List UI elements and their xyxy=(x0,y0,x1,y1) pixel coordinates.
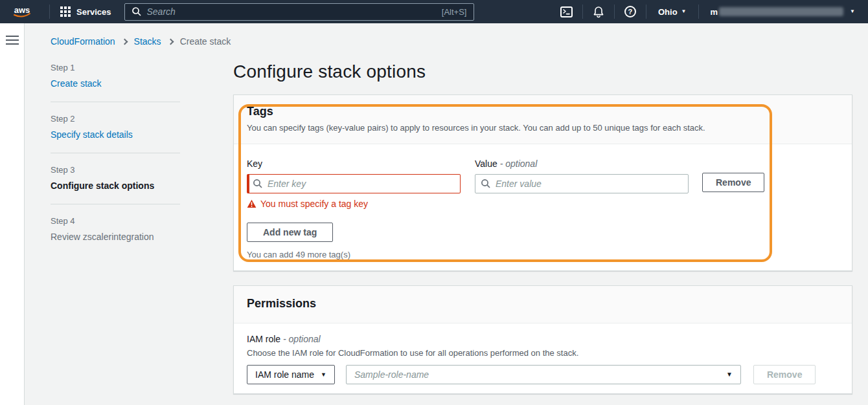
search-shortcut-hint: [Alt+S] xyxy=(442,7,467,17)
tags-panel-title: Tags xyxy=(247,105,839,118)
iam-role-type-label: IAM role name xyxy=(255,369,314,380)
tag-key-field: Key xyxy=(247,159,461,209)
tag-key-label: Key xyxy=(247,159,461,169)
permissions-panel: Permissions IAM role - optional Choose t… xyxy=(233,285,852,394)
remove-iam-role-button[interactable]: Remove xyxy=(753,365,816,384)
account-name-prefix: m xyxy=(711,7,718,17)
remove-tag-button[interactable]: Remove xyxy=(702,173,764,192)
iam-role-label: IAM role - optional xyxy=(247,334,321,344)
tag-value-field: Value - optional xyxy=(475,159,689,193)
global-search-input[interactable] xyxy=(142,6,442,17)
tag-key-input[interactable] xyxy=(263,179,455,189)
add-new-tag-button[interactable]: Add new tag xyxy=(247,223,333,242)
content-area: CloudFormation Stacks Create stack Step … xyxy=(25,23,868,405)
nav-divider xyxy=(49,5,50,19)
account-menu-button[interactable]: m ▼ xyxy=(705,0,860,23)
search-icon xyxy=(481,179,491,189)
bell-icon xyxy=(593,6,604,18)
iam-role-input[interactable] xyxy=(354,369,726,380)
help-button[interactable]: ? xyxy=(621,0,639,23)
permissions-panel-body: IAM role - optional Choose the IAM role … xyxy=(234,323,852,394)
tags-panel-description: You can specify tags (key-value pairs) t… xyxy=(247,123,839,133)
nav-divider xyxy=(646,5,646,19)
help-icon: ? xyxy=(624,6,636,17)
services-grid-icon xyxy=(60,6,71,17)
cloudshell-button[interactable] xyxy=(558,0,576,23)
optional-suffix: - optional xyxy=(500,159,538,169)
aws-logo-icon: aws xyxy=(10,4,34,19)
chevron-right-icon xyxy=(121,38,128,45)
nav-divider xyxy=(582,5,583,19)
iam-role-combobox[interactable]: ▼ xyxy=(346,365,741,384)
step-4-label: Step 4 xyxy=(51,216,233,226)
search-icon xyxy=(131,6,142,17)
caret-down-icon: ▼ xyxy=(681,9,687,14)
breadcrumb-cloudformation[interactable]: CloudFormation xyxy=(51,36,115,47)
nav-divider xyxy=(698,5,699,19)
hamburger-icon xyxy=(6,36,19,37)
caret-down-icon: ▼ xyxy=(850,9,855,14)
tag-row: Key xyxy=(247,159,839,209)
menu-toggle-button[interactable] xyxy=(3,33,21,47)
notifications-button[interactable] xyxy=(589,0,608,23)
step-2-link[interactable]: Specify stack details xyxy=(51,129,133,140)
tags-panel: Tags You can specify tags (key-value pai… xyxy=(233,94,852,271)
tag-key-input-wrap xyxy=(247,174,461,193)
nav-right-section: ? Ohio ▼ m ▼ xyxy=(558,0,860,23)
step-2-label: Step 2 xyxy=(51,114,233,124)
aws-logo[interactable]: aws xyxy=(10,4,34,19)
page-title: Configure stack options xyxy=(233,61,852,82)
search-icon xyxy=(253,179,263,189)
step-divider xyxy=(51,102,180,102)
step-1-link[interactable]: Create stack xyxy=(51,78,102,89)
tags-panel-header: Tags You can specify tags (key-value pai… xyxy=(234,95,852,144)
optional-suffix: - optional xyxy=(283,334,321,344)
step-3-label: Step 3 xyxy=(51,165,233,175)
permissions-panel-header: Permissions xyxy=(234,286,852,323)
step-4-title: Review zscalerintegration xyxy=(51,232,233,242)
services-label: Services xyxy=(76,7,111,17)
account-name-redacted xyxy=(719,7,843,16)
iam-role-type-select[interactable]: IAM role name ▼ xyxy=(247,365,335,384)
tag-value-input-wrap xyxy=(475,174,689,193)
main-panel: Configure stack options Tags You can spe… xyxy=(233,47,852,394)
step-2: Step 2 Specify stack details xyxy=(51,114,233,140)
iam-role-description: Choose the IAM role for CloudFormation t… xyxy=(247,348,839,358)
breadcrumb-stacks[interactable]: Stacks xyxy=(134,36,161,47)
caret-down-icon: ▼ xyxy=(726,371,733,378)
services-menu-button[interactable]: Services xyxy=(56,0,115,23)
region-label: Ohio xyxy=(658,7,678,17)
nav-divider xyxy=(614,5,615,19)
chevron-right-icon xyxy=(167,38,174,45)
top-navigation-bar: aws Services [Alt+S] xyxy=(0,0,868,23)
tags-panel-body: Key xyxy=(234,144,852,272)
step-divider xyxy=(51,153,180,153)
region-selector[interactable]: Ohio ▼ xyxy=(653,0,692,23)
step-1: Step 1 Create stack xyxy=(51,63,233,89)
step-3: Step 3 Configure stack options xyxy=(51,165,233,191)
global-search-box[interactable]: [Alt+S] xyxy=(124,3,474,21)
cloudshell-terminal-icon xyxy=(560,6,573,17)
warning-triangle-icon xyxy=(247,199,257,208)
breadcrumb: CloudFormation Stacks Create stack xyxy=(51,36,852,47)
caret-down-icon: ▼ xyxy=(321,372,326,378)
iam-role-row: IAM role name ▼ ▼ Remove xyxy=(247,365,839,384)
tag-value-label: Value - optional xyxy=(475,159,689,169)
step-3-current: Configure stack options xyxy=(51,181,233,191)
step-divider xyxy=(51,204,180,204)
tag-key-error-text: You must specify a tag key xyxy=(260,199,368,209)
permissions-panel-title: Permissions xyxy=(247,297,839,311)
wizard-steps-sidebar: Step 1 Create stack Step 2 Specify stack… xyxy=(51,47,233,242)
tag-key-error: You must specify a tag key xyxy=(247,199,461,209)
tags-remaining-note: You can add 49 more tag(s) xyxy=(247,250,839,259)
app-body: CloudFormation Stacks Create stack Step … xyxy=(0,23,868,405)
side-nav-rail xyxy=(0,23,25,405)
step-1-label: Step 1 xyxy=(51,63,233,72)
tag-value-input[interactable] xyxy=(491,179,683,189)
step-4: Step 4 Review zscalerintegration xyxy=(51,216,233,242)
aws-console-screen: aws Services [Alt+S] xyxy=(0,0,868,405)
breadcrumb-current: Create stack xyxy=(180,36,231,47)
svg-text:aws: aws xyxy=(14,5,30,15)
